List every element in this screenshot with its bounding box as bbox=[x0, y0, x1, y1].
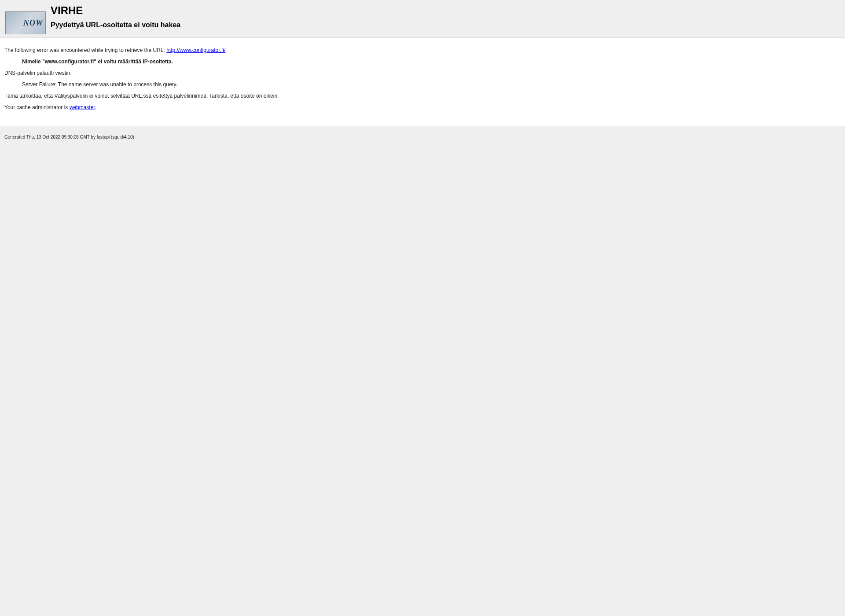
error-message-bold: Nimelle "www.configurator.fi" ei voitu m… bbox=[22, 59, 173, 65]
error-blockquote: Nimelle "www.configurator.fi" ei voitu m… bbox=[22, 59, 841, 65]
error-message: Nimelle "www.configurator.fi" ei voitu m… bbox=[22, 59, 841, 65]
webmaster-link[interactable]: webmaster bbox=[70, 104, 95, 110]
content-section: The following error was encountered whil… bbox=[0, 37, 845, 126]
error-subtitle: Pyydettyä URL-osoitetta ei voitu hakea bbox=[51, 21, 841, 29]
titles-section: VIRHE Pyydettyä URL-osoitetta ei voitu h… bbox=[7, 0, 845, 33]
squid-icon-text: NOW bbox=[23, 18, 43, 28]
generated-text: Generated Thu, 13 Oct 2022 09:30:06 GMT … bbox=[4, 135, 841, 139]
admin-period: . bbox=[95, 104, 96, 110]
intro-paragraph: The following error was encountered whil… bbox=[4, 47, 841, 53]
server-failure-text: Server Failure: The name server was unab… bbox=[22, 81, 841, 88]
squid-icon: NOW bbox=[5, 11, 46, 34]
intro-text: The following error was encountered whil… bbox=[4, 47, 166, 53]
admin-text: Your cache administrator is bbox=[4, 104, 70, 110]
explanation-text: Tämä tarkoittaa, että Välityspalvelin ei… bbox=[4, 93, 841, 99]
server-failure-blockquote: Server Failure: The name server was unab… bbox=[22, 81, 841, 88]
admin-paragraph: Your cache administrator is webmaster. bbox=[4, 104, 841, 110]
dns-text: DNS-palvelin palautti viestin: bbox=[4, 70, 841, 76]
error-url-link[interactable]: http://www.configurator.fi/ bbox=[166, 47, 225, 53]
footer-section: Generated Thu, 13 Oct 2022 09:30:06 GMT … bbox=[0, 130, 845, 149]
error-title: VIRHE bbox=[51, 4, 841, 17]
